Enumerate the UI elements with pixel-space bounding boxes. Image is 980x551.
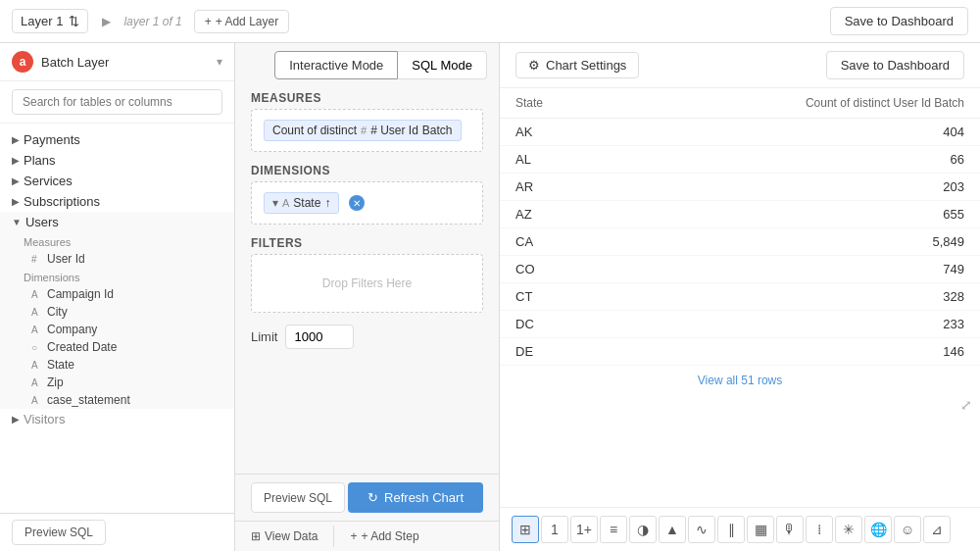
- tree-item-campaign-id[interactable]: A Campaign Id: [0, 285, 234, 303]
- pie-view-icon[interactable]: ◑: [629, 516, 657, 543]
- tree-group-users-header[interactable]: ▼ Users: [0, 212, 234, 232]
- dimension-tag[interactable]: ▾ A State ↑: [264, 192, 339, 214]
- clock-icon: ○: [31, 342, 43, 353]
- tree-group-subscriptions: ▶ Subscriptions: [0, 191, 234, 212]
- measures-section: Measures Count of distinct # # User Id B…: [251, 91, 483, 152]
- gear-icon: ⚙: [528, 58, 540, 73]
- add-step-button[interactable]: + + Add Step: [334, 522, 434, 551]
- filter-icon[interactable]: ⊿: [923, 516, 951, 543]
- tree-item-zip[interactable]: A Zip: [0, 374, 234, 391]
- refresh-chart-button[interactable]: ↻ Refresh Chart: [348, 482, 483, 513]
- scatter-icon[interactable]: ▦: [747, 516, 774, 543]
- view-all-link[interactable]: View all 51 rows: [500, 366, 980, 395]
- dimension-box: ▾ A State ↑ ✕: [251, 181, 483, 225]
- user-id-label: User Id: [47, 252, 85, 266]
- preview-sql-button-center[interactable]: Preview SQL: [251, 482, 345, 513]
- save-dashboard-right-button[interactable]: Save to Dashboard: [826, 51, 964, 79]
- save-dashboard-button[interactable]: Save to Dashboard: [830, 7, 968, 35]
- state-cell: AZ: [500, 201, 613, 228]
- campaign-id-label: Campaign Id: [47, 287, 114, 301]
- expand-icon[interactable]: ⤢: [960, 397, 972, 413]
- batch-icon: a: [12, 51, 33, 73]
- measure-tag[interactable]: Count of distinct # # User Id Batch: [264, 120, 462, 141]
- dim-sort-icon[interactable]: ↑: [324, 196, 330, 210]
- tree-group-plans-header[interactable]: ▶ Plans: [0, 150, 234, 171]
- chart-settings-button[interactable]: ⚙ Chart Settings: [515, 52, 639, 78]
- limit-label: Limit: [251, 329, 277, 344]
- state-cell: CT: [500, 283, 613, 311]
- column-chart-icon[interactable]: ∥: [717, 516, 745, 543]
- heatmap-icon[interactable]: ⁞: [806, 516, 833, 543]
- col-state-header: State: [500, 88, 613, 119]
- plus-icon: +: [350, 529, 357, 543]
- globe-icon[interactable]: 🌐: [864, 516, 892, 543]
- state-cell: DE: [500, 338, 613, 366]
- state-cell: CA: [500, 228, 613, 256]
- tree-item-state[interactable]: A State: [0, 356, 234, 374]
- count-cell: 328: [613, 283, 980, 311]
- state-cell: AK: [500, 119, 613, 146]
- tree-item-user-id[interactable]: # User Id: [0, 250, 234, 268]
- tree-group-users: ▼ Users Measures # User Id Dimensions A …: [0, 212, 234, 409]
- alpha-icon: A: [31, 307, 43, 318]
- tree-group-subscriptions-header[interactable]: ▶ Subscriptions: [0, 191, 234, 212]
- bubble-icon[interactable]: 🎙: [776, 516, 804, 543]
- pivot-view-icon[interactable]: ≡: [600, 516, 627, 543]
- batch-layer-header: a Batch Layer ▾: [0, 43, 234, 81]
- state-cell: CO: [500, 256, 613, 283]
- tree-item-created-date[interactable]: ○ Created Date: [0, 338, 234, 356]
- tree-item-company[interactable]: A Company: [0, 321, 234, 338]
- tree-group-visitors: ▶ Visitors: [0, 409, 234, 429]
- line-chart-icon[interactable]: ∿: [688, 516, 715, 543]
- number-trend-view-icon[interactable]: 1+: [570, 516, 598, 543]
- left-panel: a Batch Layer ▾ ▶ Payments ▶ P: [0, 43, 235, 551]
- city-label: City: [47, 305, 68, 319]
- filter-placeholder: Drop Filters Here: [322, 276, 412, 290]
- mode-bar: Interactive Mode SQL Mode: [235, 43, 499, 79]
- zip-label: Zip: [47, 376, 64, 389]
- tree-item-city[interactable]: A City: [0, 303, 234, 321]
- measure-field: # User Id: [370, 124, 418, 137]
- services-arrow-icon: ▶: [12, 175, 20, 186]
- view-data-button[interactable]: ⊞ View Data: [235, 522, 333, 551]
- count-cell: 66: [613, 146, 980, 174]
- state-label: State: [47, 358, 74, 372]
- payments-arrow-icon: ▶: [12, 134, 20, 145]
- limit-input[interactable]: [285, 325, 354, 349]
- right-panel: ⚙ Chart Settings Save to Dashboard State…: [500, 43, 980, 551]
- batch-layer-dropdown-icon[interactable]: ▾: [217, 55, 222, 69]
- add-layer-button[interactable]: + + Add Layer: [194, 10, 289, 33]
- tree-group-payments-header[interactable]: ▶ Payments: [0, 129, 234, 150]
- tree-item-case-statement[interactable]: A case_statement: [0, 391, 234, 409]
- search-box: [0, 81, 234, 124]
- measure-prefix: Count of distinct: [272, 124, 357, 137]
- subscriptions-arrow-icon: ▶: [12, 196, 20, 207]
- table-row: DE146: [500, 338, 980, 366]
- count-cell: 749: [613, 256, 980, 283]
- bar-chart-icon[interactable]: ▲: [659, 516, 686, 543]
- filter-drop-zone: Drop Filters Here: [251, 254, 483, 313]
- table-row: AL66: [500, 146, 980, 174]
- alpha-icon: A: [31, 395, 43, 406]
- payments-label: Payments: [24, 132, 80, 147]
- table-row: AK404: [500, 119, 980, 146]
- table-row: CT328: [500, 283, 980, 311]
- sql-mode-button[interactable]: SQL Mode: [398, 51, 487, 79]
- compare-icon[interactable]: ☺: [894, 516, 921, 543]
- dim-dropdown-icon: ▾: [272, 196, 278, 210]
- preview-sql-button[interactable]: Preview SQL: [12, 520, 106, 545]
- interactive-mode-button[interactable]: Interactive Mode: [274, 51, 398, 79]
- layer-select[interactable]: Layer 1 ⇅: [12, 9, 88, 33]
- dim-remove-button[interactable]: ✕: [349, 195, 365, 211]
- number-view-icon[interactable]: 1: [541, 516, 568, 543]
- table-view-icon[interactable]: ⊞: [512, 516, 539, 543]
- search-input[interactable]: [12, 89, 222, 115]
- dimensions-section: Dimensions ▾ A State ↑ ✕: [251, 164, 483, 225]
- tree-group-services-header[interactable]: ▶ Services: [0, 171, 234, 191]
- left-panel-footer: Preview SQL: [0, 513, 234, 551]
- alpha-icon: A: [31, 377, 43, 388]
- chart-toolbar: ⊞11+≡◑▲∿∥▦🎙⁞✳🌐☺⊿: [500, 507, 980, 551]
- sunburst-icon[interactable]: ✳: [835, 516, 862, 543]
- tree-group-visitors-header[interactable]: ▶ Visitors: [0, 409, 234, 429]
- tree-group-services: ▶ Services: [0, 171, 234, 191]
